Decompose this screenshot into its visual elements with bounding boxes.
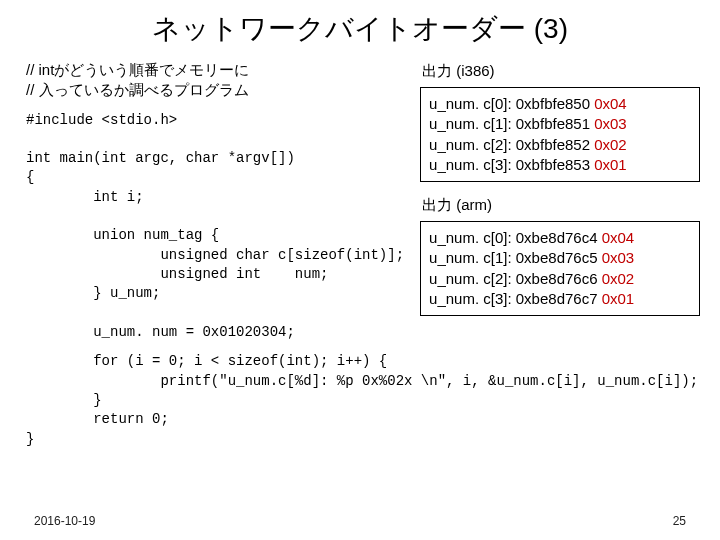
output-box-i386: u_num. c[0]: 0xbfbfe850 0x04 u_num. c[1]… bbox=[420, 87, 700, 182]
output-row: u_num. c[0]: 0xbfbfe850 0x04 bbox=[429, 94, 691, 114]
output-value: 0x01 bbox=[594, 156, 627, 173]
output-row: u_num. c[3]: 0xbfbfe853 0x01 bbox=[429, 155, 691, 175]
output-label: u_num. c[1]: 0xbe8d76c5 bbox=[429, 249, 602, 266]
output-value: 0x04 bbox=[602, 229, 635, 246]
left-column: // intがどういう順番でメモリーに // 入っているか調べるプログラム #i… bbox=[26, 60, 414, 342]
output-row: u_num. c[1]: 0xbfbfe851 0x03 bbox=[429, 114, 691, 134]
output-label: u_num. c[3]: 0xbfbfe853 bbox=[429, 156, 594, 173]
output-heading-i386: 出力 (i386) bbox=[422, 62, 700, 81]
comment-line: // intがどういう順番でメモリーに bbox=[26, 60, 404, 80]
output-value: 0x03 bbox=[594, 115, 627, 132]
output-row: u_num. c[1]: 0xbe8d76c5 0x03 bbox=[429, 248, 691, 268]
output-label: u_num. c[2]: 0xbfbfe852 bbox=[429, 136, 594, 153]
output-heading-arm: 出力 (arm) bbox=[422, 196, 700, 215]
right-column: 出力 (i386) u_num. c[0]: 0xbfbfe850 0x04 u… bbox=[414, 60, 700, 342]
output-value: 0x02 bbox=[602, 270, 635, 287]
output-row: u_num. c[0]: 0xbe8d76c4 0x04 bbox=[429, 228, 691, 248]
output-label: u_num. c[3]: 0xbe8d76c7 bbox=[429, 290, 602, 307]
code-block-wide: for (i = 0; i < sizeof(int); i++) { prin… bbox=[0, 352, 720, 449]
output-label: u_num. c[0]: 0xbe8d76c4 bbox=[429, 229, 602, 246]
output-value: 0x03 bbox=[602, 249, 635, 266]
slide-title: ネットワークバイトオーダー (3) bbox=[0, 0, 720, 60]
output-value: 0x02 bbox=[594, 136, 627, 153]
footer: 2016-10-19 25 bbox=[0, 514, 720, 528]
output-row: u_num. c[3]: 0xbe8d76c7 0x01 bbox=[429, 289, 691, 309]
output-row: u_num. c[2]: 0xbfbfe852 0x02 bbox=[429, 135, 691, 155]
output-label: u_num. c[2]: 0xbe8d76c6 bbox=[429, 270, 602, 287]
comment-line: // 入っているか調べるプログラム bbox=[26, 80, 404, 100]
output-box-arm: u_num. c[0]: 0xbe8d76c4 0x04 u_num. c[1]… bbox=[420, 221, 700, 316]
footer-date: 2016-10-19 bbox=[34, 514, 95, 528]
content-area: // intがどういう順番でメモリーに // 入っているか調べるプログラム #i… bbox=[0, 60, 720, 342]
output-label: u_num. c[0]: 0xbfbfe850 bbox=[429, 95, 594, 112]
output-row: u_num. c[2]: 0xbe8d76c6 0x02 bbox=[429, 269, 691, 289]
output-label: u_num. c[1]: 0xbfbfe851 bbox=[429, 115, 594, 132]
code-comment: // intがどういう順番でメモリーに // 入っているか調べるプログラム bbox=[26, 60, 404, 101]
output-value: 0x01 bbox=[602, 290, 635, 307]
output-value: 0x04 bbox=[594, 95, 627, 112]
footer-page-number: 25 bbox=[673, 514, 686, 528]
code-block-top: #include <stdio.h> int main(int argc, ch… bbox=[26, 111, 404, 343]
